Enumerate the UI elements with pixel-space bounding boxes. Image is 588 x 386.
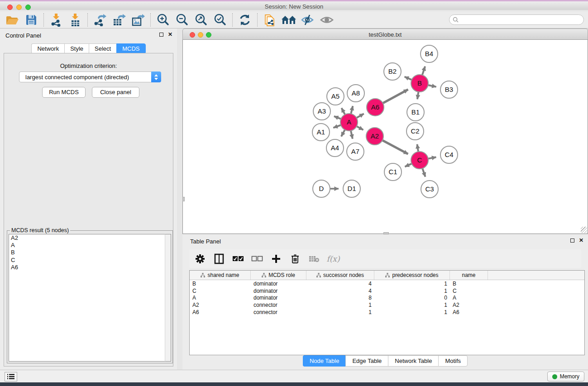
node-B4[interactable]: B4: [421, 45, 438, 62]
tab-motifs[interactable]: Motifs: [438, 355, 468, 367]
table-cell[interactable]: 1: [374, 281, 450, 287]
node-A7[interactable]: A7: [347, 143, 364, 160]
edge-C-C2[interactable]: [417, 144, 419, 152]
import-table-button[interactable]: [66, 12, 85, 28]
node-C[interactable]: C: [411, 152, 428, 169]
edge-C-C1[interactable]: [405, 164, 412, 167]
open-recent-button[interactable]: [260, 12, 279, 28]
node-C2[interactable]: C2: [406, 123, 424, 140]
table-settings-button[interactable]: [194, 253, 206, 265]
edge-C-C3[interactable]: [422, 168, 425, 177]
memory-button[interactable]: Memory: [547, 372, 584, 381]
tab-style[interactable]: Style: [64, 43, 89, 54]
node-A2[interactable]: A2: [366, 128, 383, 145]
edge-A-A7[interactable]: [351, 131, 353, 139]
table-cell[interactable]: B: [190, 281, 251, 287]
edge-B-B1[interactable]: [417, 92, 418, 100]
select-all-checks-button[interactable]: [232, 253, 244, 265]
edge-B-B3[interactable]: [428, 85, 436, 87]
table-cell[interactable]: 8: [306, 295, 374, 301]
node-A3[interactable]: A3: [313, 103, 330, 120]
node-A4[interactable]: A4: [326, 139, 344, 157]
import-network-button[interactable]: [47, 12, 66, 28]
zoom-selected-button[interactable]: [210, 12, 229, 28]
table-cell[interactable]: connector: [251, 302, 306, 308]
home-view-button[interactable]: [279, 12, 298, 28]
table-cell[interactable]: B: [450, 281, 488, 287]
edge-A-A4[interactable]: [341, 130, 345, 137]
tab-network[interactable]: Network: [31, 43, 64, 54]
column-header-successor-nodes[interactable]: successor nodes: [306, 271, 374, 280]
table-row[interactable]: A2connector11A2: [190, 301, 584, 309]
result-item[interactable]: B: [9, 249, 165, 256]
edge-A-A1[interactable]: [333, 125, 341, 128]
unselect-all-checks-button[interactable]: [251, 253, 263, 265]
task-history-button[interactable]: [5, 372, 17, 381]
edge-B-B2[interactable]: [405, 77, 412, 80]
node-D[interactable]: D: [313, 180, 330, 197]
table-cell[interactable]: dominator: [251, 281, 306, 287]
table-row[interactable]: Cdominator41C: [190, 287, 584, 295]
horizontal-scroll-indicator[interactable]: [383, 232, 389, 234]
table-cell[interactable]: 4: [306, 281, 374, 287]
edge-A-A8[interactable]: [351, 106, 353, 114]
table-cell[interactable]: connector: [251, 309, 306, 315]
delete-table-button[interactable]: [308, 253, 320, 265]
table-cell[interactable]: A6: [190, 309, 251, 315]
table-cell[interactable]: 1: [306, 302, 374, 308]
table-cell[interactable]: C: [190, 288, 251, 294]
edge-A-A3[interactable]: [334, 116, 341, 119]
edge-C-C4[interactable]: [428, 157, 436, 158]
close-table-panel-icon[interactable]: ✕: [579, 238, 583, 243]
column-header-predecessor-nodes[interactable]: predecessor nodes: [374, 271, 450, 280]
table-cell[interactable]: A: [450, 295, 488, 301]
node-A6[interactable]: A6: [367, 99, 384, 116]
zoom-out-button[interactable]: [172, 12, 191, 28]
search-input[interactable]: [460, 17, 583, 23]
edge-B-B4[interactable]: [422, 67, 425, 75]
search-field[interactable]: [449, 14, 584, 25]
table-cell[interactable]: C: [450, 288, 488, 294]
save-session-button[interactable]: [22, 12, 41, 28]
table-row[interactable]: Bdominator41B: [190, 280, 584, 287]
result-scrollbar[interactable]: [165, 234, 171, 362]
node-D1[interactable]: D1: [343, 180, 360, 197]
table-cell[interactable]: A6: [450, 309, 488, 315]
run-mcds-button[interactable]: Run MCDS: [42, 87, 86, 98]
tab-select[interactable]: Select: [89, 43, 116, 54]
table-cell[interactable]: A2: [190, 302, 251, 308]
node-A1[interactable]: A1: [312, 124, 330, 141]
table-cell[interactable]: 0: [374, 295, 450, 301]
node-C3[interactable]: C3: [421, 181, 438, 198]
add-row-button[interactable]: [270, 253, 282, 265]
edge-A2-C[interactable]: [382, 140, 408, 154]
hide-graphics-button[interactable]: [298, 12, 317, 28]
table-cell[interactable]: dominator: [251, 288, 306, 294]
column-header-MCDS-role[interactable]: MCDS role: [251, 271, 306, 280]
tab-edge-table[interactable]: Edge Table: [345, 355, 388, 367]
result-item[interactable]: A2: [9, 234, 165, 242]
criterion-dropdown[interactable]: largest connected component (directed): [19, 71, 161, 82]
node-C1[interactable]: C1: [384, 163, 402, 181]
export-network-button[interactable]: [91, 12, 110, 28]
table-cell[interactable]: 1: [374, 302, 450, 308]
float-table-panel-icon[interactable]: [570, 238, 574, 243]
network-canvas[interactable]: AA1A2A3A4A5A6A7A8BB1B2B3B4CC1C2C3C4DD1: [182, 40, 588, 234]
node-A5[interactable]: A5: [327, 88, 344, 105]
table-cell[interactable]: A: [190, 295, 251, 301]
edge-A-A2[interactable]: [357, 126, 363, 130]
tab-node-table[interactable]: Node Table: [303, 355, 346, 367]
node-A[interactable]: A: [340, 114, 358, 131]
zoom-in-button[interactable]: [153, 12, 172, 28]
column-header-name[interactable]: name: [450, 271, 488, 280]
network-window-titlebar[interactable]: testGlobe.txt: [182, 29, 588, 40]
result-item[interactable]: A6: [9, 264, 165, 271]
result-item[interactable]: A: [9, 242, 165, 249]
result-item[interactable]: C: [9, 257, 165, 264]
table-cell[interactable]: 1: [374, 309, 450, 315]
float-panel-icon[interactable]: [159, 33, 163, 37]
node-B2[interactable]: B2: [384, 63, 401, 80]
table-cell[interactable]: dominator: [251, 295, 306, 301]
node-B[interactable]: B: [411, 75, 428, 92]
delete-rows-button[interactable]: [289, 253, 301, 265]
